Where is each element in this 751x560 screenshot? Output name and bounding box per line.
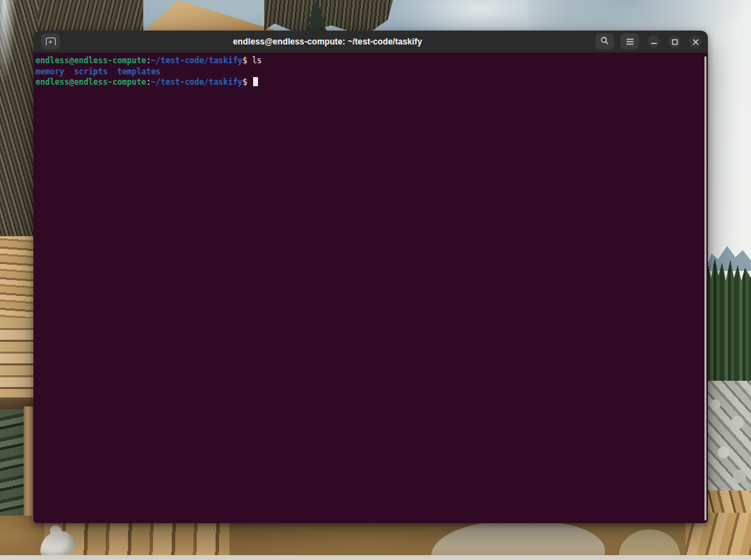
minimize-icon xyxy=(651,35,657,48)
titlebar[interactable]: endless@endless-compute: ~/test-code/tas… xyxy=(33,31,708,53)
titlebar-controls xyxy=(595,33,702,49)
minimize-button[interactable] xyxy=(647,35,660,48)
prompt-path: ~/test-code/taskify xyxy=(151,56,243,65)
terminal-window: endless@endless-compute: ~/test-code/tas… xyxy=(33,31,708,523)
search-button[interactable] xyxy=(595,33,614,49)
maximize-button[interactable] xyxy=(668,35,681,48)
terminal-line-ls-output: memoryscriptstemplates xyxy=(35,67,704,78)
prompt-user-host: endless@endless-compute xyxy=(35,77,146,87)
new-tab-icon xyxy=(46,38,56,45)
maximize-icon xyxy=(672,35,678,48)
terminal-line-prompt-1: endless@endless-compute:~/test-code/task… xyxy=(35,56,704,67)
prompt-symbol: $ xyxy=(243,56,252,65)
new-tab-button[interactable] xyxy=(41,33,60,49)
dir-entry-scripts: scripts xyxy=(74,67,107,76)
wallpaper-wood-post xyxy=(24,406,34,526)
prompt-user-host: endless@endless-compute xyxy=(35,56,146,65)
prompt-symbol: $ xyxy=(243,77,252,87)
dir-entry-templates: templates xyxy=(118,67,161,76)
wallpaper-conifer-forest xyxy=(705,258,751,389)
close-icon xyxy=(693,35,699,48)
window-title: endless@endless-compute: ~/test-code/tas… xyxy=(60,37,595,47)
search-icon xyxy=(600,35,609,48)
menu-button[interactable] xyxy=(620,33,639,49)
terminal-cursor xyxy=(253,77,258,86)
typed-command: ls xyxy=(252,56,262,65)
close-button[interactable] xyxy=(689,35,702,48)
terminal-screen[interactable]: endless@endless-compute:~/test-code/task… xyxy=(33,53,708,523)
prompt-path: ~/test-code/taskify xyxy=(151,77,243,87)
wallpaper-mountain-ridge xyxy=(705,240,751,271)
hamburger-menu-icon xyxy=(626,35,634,48)
terminal-line-prompt-2: endless@endless-compute:~/test-code/task… xyxy=(35,77,704,88)
terminal-scrollbar[interactable] xyxy=(704,56,706,520)
dir-entry-memory: memory xyxy=(35,67,65,76)
wallpaper-rocky-slope xyxy=(705,381,751,500)
wallpaper-light-strip xyxy=(0,555,751,560)
